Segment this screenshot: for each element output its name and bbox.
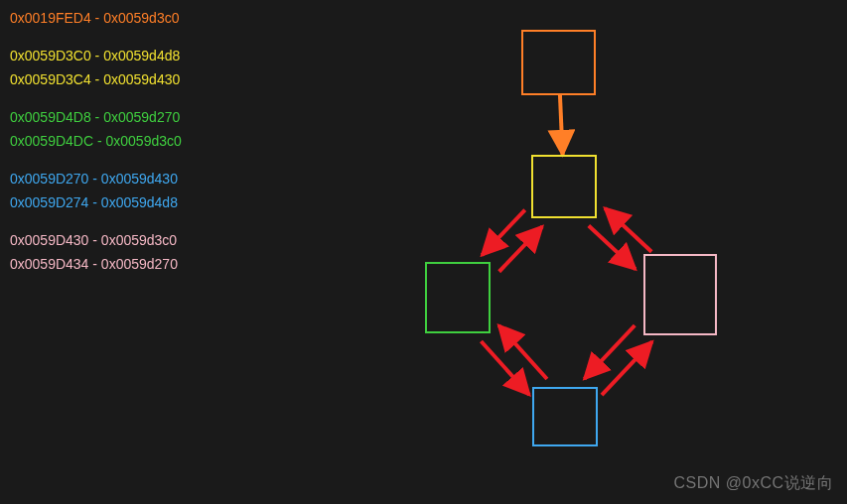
node-blue xyxy=(532,387,598,446)
node-pink xyxy=(643,254,717,335)
edge-orange-yellow xyxy=(560,95,563,155)
node-yellow xyxy=(531,155,597,218)
graph-diagram xyxy=(0,0,847,504)
edge-layer xyxy=(481,95,651,395)
node-green xyxy=(425,262,491,333)
edge-green-yellow xyxy=(499,226,542,271)
node-orange xyxy=(521,30,596,95)
edge-yellow-green xyxy=(482,210,524,255)
watermark: CSDN @0xCC说逆向 xyxy=(673,473,833,494)
